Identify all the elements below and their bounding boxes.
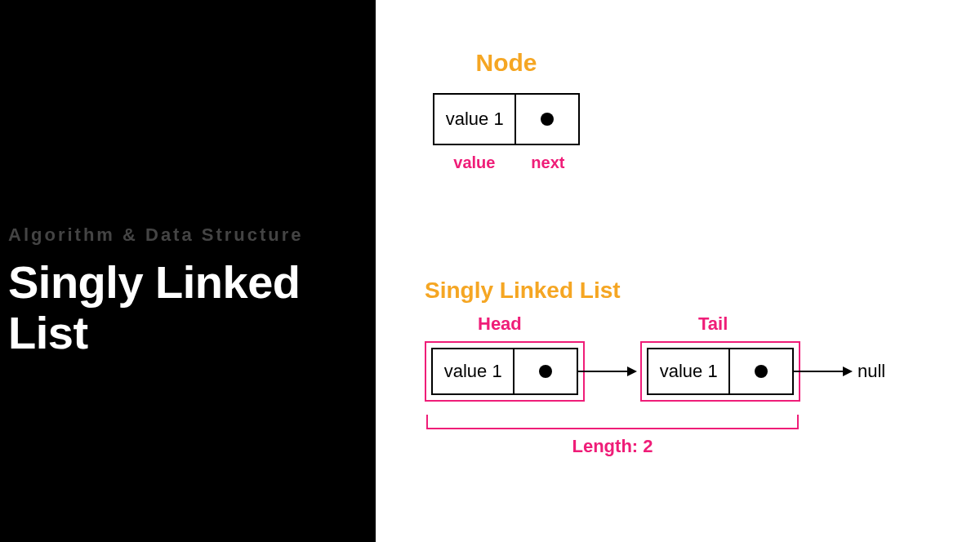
tail-node-pointer (730, 349, 792, 393)
length-label: Length: 2 (425, 436, 800, 457)
supertitle: Algorithm & Data Structure (8, 224, 304, 246)
node-next-label: next (516, 153, 580, 172)
tail-node: value 1 (647, 348, 794, 395)
main-title: Singly Linked List (8, 257, 304, 358)
left-panel: Algorithm & Data Structure Singly Linked… (0, 0, 376, 542)
tail-node-value: value 1 (648, 349, 730, 393)
title-line-2: List (8, 307, 88, 358)
length-bracket-icon (426, 415, 799, 429)
tail-node-wrapper: value 1 (640, 341, 800, 402)
head-node-value: value 1 (433, 349, 514, 393)
null-label: null (858, 361, 885, 382)
title-line-1: Singly Linked (8, 256, 301, 308)
head-node-wrapper: value 1 (425, 341, 585, 402)
node-value-cell: value 1 (434, 95, 516, 144)
sll-heading: Singly Linked List (425, 278, 956, 304)
head-label: Head (478, 313, 522, 335)
node-value-label: value (433, 153, 516, 172)
head-node-pointer (514, 349, 577, 393)
node-heading: Node (433, 49, 580, 77)
head-node: value 1 (431, 348, 578, 395)
sll-diagram: Singly Linked List Head Tail value 1 val… (425, 278, 956, 457)
arrow-icon (578, 367, 637, 376)
pointer-dot-icon (755, 365, 768, 378)
tail-label: Tail (698, 313, 728, 335)
pointer-dot-icon (539, 365, 552, 378)
node-pointer-cell (516, 95, 578, 144)
right-panel: Node value 1 value next Singly Linked Li… (376, 0, 980, 542)
pointer-dot-icon (541, 113, 554, 126)
node-diagram: Node value 1 value next (433, 49, 580, 172)
node-box: value 1 (433, 93, 580, 145)
arrow-icon (794, 367, 853, 376)
